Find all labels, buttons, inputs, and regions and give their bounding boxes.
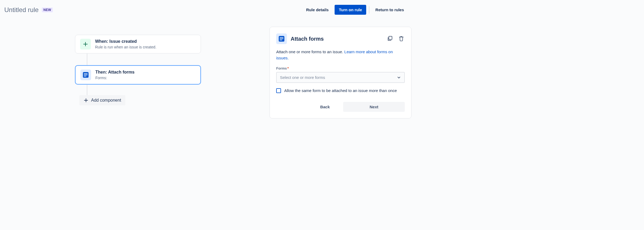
svg-rect-8: [389, 36, 392, 39]
details-panel: Attach forms Attach one or more forms to…: [269, 27, 411, 118]
form-icon: [80, 70, 91, 80]
duplicate-button[interactable]: [387, 35, 394, 43]
svg-rect-6: [280, 39, 283, 39]
back-button[interactable]: Back: [309, 102, 341, 112]
connector-line: [87, 53, 87, 65]
allow-duplicate-label: Allow the same form to be attached to an…: [284, 88, 397, 94]
panel-description-text: Attach one or more forms to an issue.: [276, 49, 344, 54]
add-component-button[interactable]: Add component: [79, 95, 125, 105]
svg-rect-5: [280, 37, 283, 38]
trigger-node[interactable]: When: Issue created Rule is run when an …: [75, 35, 201, 53]
svg-rect-3: [84, 76, 86, 76]
divider: [369, 6, 369, 14]
trigger-title: When: Issue created: [95, 39, 156, 44]
panel-title: Attach forms: [291, 36, 324, 42]
connector-line: [87, 85, 87, 95]
form-icon: [276, 33, 287, 44]
chevron-down-icon: [397, 75, 401, 80]
forms-placeholder: Select one or more forms: [280, 75, 325, 80]
action-title: Then: Attach forms: [95, 70, 134, 75]
forms-label: Forms*: [276, 66, 405, 70]
plus-icon: [80, 39, 91, 49]
svg-rect-7: [280, 40, 282, 40]
badge-new: NEW: [42, 7, 53, 12]
svg-rect-1: [84, 73, 88, 74]
rule-details-button[interactable]: Rule details: [303, 5, 332, 14]
svg-rect-2: [84, 75, 88, 75]
turn-on-rule-button[interactable]: Turn on rule: [335, 5, 366, 15]
action-subtitle: Forms:: [95, 76, 134, 80]
rule-title[interactable]: Untitled rule: [4, 6, 39, 14]
duplicate-icon: [387, 36, 393, 41]
plus-icon: [84, 98, 88, 103]
delete-button[interactable]: [398, 35, 405, 43]
trigger-subtitle: Rule is run when an issue is created.: [95, 45, 156, 49]
panel-description: Attach one or more forms to an issue. Le…: [276, 49, 405, 61]
add-component-label: Add component: [91, 98, 121, 103]
forms-select[interactable]: Select one or more forms: [276, 72, 405, 83]
required-indicator: *: [287, 66, 289, 70]
trash-icon: [398, 36, 404, 41]
action-node[interactable]: Then: Attach forms Forms:: [75, 65, 201, 85]
allow-duplicate-checkbox[interactable]: [276, 88, 281, 93]
return-to-rules-button[interactable]: Return to rules: [372, 5, 407, 14]
next-button[interactable]: Next: [343, 102, 405, 112]
